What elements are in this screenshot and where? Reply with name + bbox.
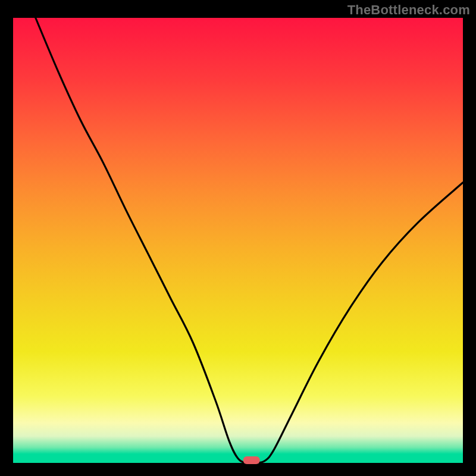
minimum-marker xyxy=(243,456,260,464)
watermark-text: TheBottleneck.com xyxy=(347,2,470,18)
plot-area xyxy=(13,18,463,463)
chart-frame: TheBottleneck.com xyxy=(0,0,476,476)
bottleneck-curve-path xyxy=(36,18,463,464)
bottleneck-curve-svg xyxy=(13,18,463,463)
